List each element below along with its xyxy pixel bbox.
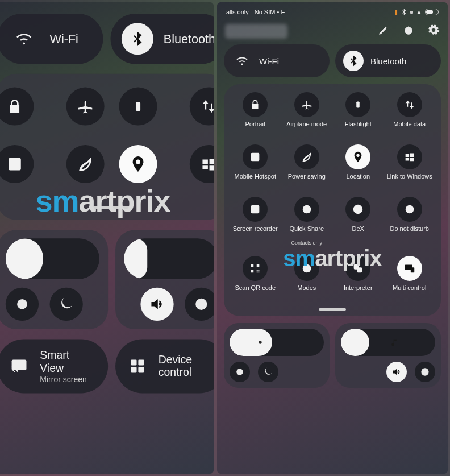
- status-carrier-2: No SIM • E: [255, 9, 285, 15]
- quick-tiles-panel: [0, 74, 214, 220]
- tile-label: Interpreter: [344, 284, 373, 298]
- mobiledata-icon: [397, 92, 422, 117]
- tile-dex[interactable]: DeX: [332, 197, 384, 246]
- bluetooth-icon: [343, 51, 364, 71]
- volume-fill: [341, 329, 369, 356]
- wifi-toggle[interactable]: Wi-Fi: [224, 44, 330, 77]
- brightness-slider[interactable]: [230, 329, 324, 356]
- drag-handle[interactable]: [93, 206, 130, 209]
- portrait-icon: [243, 92, 268, 117]
- tile-hotspot[interactable]: [0, 145, 34, 183]
- brightness-fill: [230, 329, 272, 356]
- powersaving-icon: [294, 144, 319, 169]
- tile-label: DeX: [352, 225, 364, 239]
- music-note-icon: [390, 338, 399, 347]
- tile-hotspot[interactable]: Mobile Hotspot: [230, 144, 281, 187]
- sound-output-toggle[interactable]: [415, 362, 435, 382]
- tile-screenrec[interactable]: Screen recorder: [230, 197, 281, 246]
- flashlight-icon: [345, 92, 370, 117]
- screenrec-icon: [243, 197, 268, 222]
- tile-location[interactable]: [119, 145, 157, 183]
- tile-label: Power saving: [288, 173, 326, 187]
- smart-view-title: Smart View: [40, 349, 95, 374]
- tile-label: Modes: [297, 284, 316, 298]
- leaked-screenshot-left: Wi-Fi Bluetooth: [0, 2, 214, 474]
- bluetooth-toggle[interactable]: Bluetooth: [335, 44, 441, 77]
- tile-modes[interactable]: Modes: [281, 256, 333, 298]
- sound-output-toggle[interactable]: [185, 288, 214, 321]
- quickshare-icon: [294, 197, 319, 222]
- wifi-toggle[interactable]: Wi-Fi: [0, 14, 103, 64]
- wifi-icon: [8, 23, 40, 55]
- interpreter-icon: [345, 256, 370, 281]
- sun-icon: [256, 338, 265, 347]
- volume-slider[interactable]: [341, 329, 435, 356]
- bluetooth-label: Bluetooth: [370, 56, 406, 66]
- tile-mobiledata[interactable]: Mobile data: [384, 92, 436, 134]
- device-control-button[interactable]: Device control: [115, 339, 214, 393]
- sound-card: [335, 323, 441, 388]
- power-button[interactable]: [402, 24, 415, 39]
- bluetooth-toggle[interactable]: Bluetooth: [111, 14, 214, 64]
- tile-airplane[interactable]: Airplane mode: [281, 92, 333, 134]
- tile-label: Mobile data: [393, 121, 426, 134]
- status-icons: ▮ ▲: [394, 9, 439, 16]
- wifi-label: Wi-Fi: [259, 56, 279, 66]
- tile-flashlight[interactable]: Flashlight: [332, 92, 384, 134]
- tile-label: Do not disturb: [390, 225, 429, 239]
- wifi-label: Wi-Fi: [50, 32, 78, 46]
- sun-icon: [28, 238, 99, 279]
- airplane-icon: [294, 92, 319, 117]
- brightness-card: [224, 323, 330, 388]
- multicontrol-icon: [397, 256, 422, 281]
- grid-icon: [128, 357, 148, 376]
- tile-mobile-data[interactable]: [189, 88, 214, 126]
- edit-button[interactable]: [377, 24, 390, 39]
- tile-airplane[interactable]: [66, 88, 104, 126]
- drag-handle[interactable]: [319, 308, 346, 311]
- wifi-icon: [232, 51, 252, 71]
- bluetooth-icon: [122, 23, 153, 55]
- auto-brightness-toggle[interactable]: [6, 288, 39, 321]
- tile-flashlight[interactable]: [119, 88, 157, 126]
- tile-label: Link to Windows: [387, 173, 432, 187]
- tile-link-windows[interactable]: [189, 145, 214, 183]
- device-control-label: Device control: [159, 353, 214, 379]
- bluetooth-label: Bluetooth: [164, 32, 214, 46]
- settings-button[interactable]: [427, 24, 440, 39]
- qr-icon: [243, 256, 268, 281]
- clock-blurred: [225, 24, 288, 39]
- quick-tiles-panel: PortraitAirplane modeFlashlightMobile da…: [224, 84, 441, 316]
- battery-icon: [425, 9, 439, 15]
- smart-view-subtitle: Mirror screen: [40, 375, 95, 384]
- tile-powersaving[interactable]: Power saving: [281, 144, 333, 187]
- tile-portrait[interactable]: [0, 88, 34, 126]
- sound-mode-toggle[interactable]: [386, 362, 407, 382]
- tile-power-saving[interactable]: [66, 145, 104, 183]
- tile-multicontrol[interactable]: Multi control: [384, 256, 436, 298]
- smart-view-button[interactable]: Smart View Mirror screen: [0, 339, 108, 393]
- volume-slider[interactable]: [124, 238, 214, 279]
- tile-quickshare[interactable]: Quick ShareContacts only: [281, 197, 333, 246]
- dnd-icon: [397, 197, 422, 222]
- cast-icon: [9, 357, 29, 376]
- tile-label: Screen recorder: [233, 225, 278, 239]
- tile-interpreter[interactable]: Interpreter: [332, 256, 384, 298]
- tile-dnd[interactable]: Do not disturb: [384, 197, 436, 246]
- tile-location[interactable]: Location: [332, 144, 384, 187]
- auto-brightness-toggle[interactable]: [230, 362, 250, 382]
- linkwindows-icon: [397, 144, 422, 169]
- dark-mode-toggle[interactable]: [50, 288, 83, 321]
- tile-linkwindows[interactable]: Link to Windows: [384, 144, 436, 187]
- dark-mode-toggle[interactable]: [258, 362, 278, 382]
- tile-portrait[interactable]: Portrait: [230, 92, 281, 134]
- brightness-slider[interactable]: [6, 238, 99, 279]
- tile-qr[interactable]: Scan QR code: [230, 256, 281, 298]
- tile-label: Mobile Hotspot: [235, 173, 276, 187]
- volume-fill: [124, 238, 147, 279]
- bt-status-icon: [401, 9, 407, 15]
- music-note-icon: [177, 238, 214, 279]
- sound-mode-toggle[interactable]: [140, 288, 173, 321]
- tile-label: Scan QR code: [235, 284, 276, 298]
- location-icon: [345, 144, 370, 169]
